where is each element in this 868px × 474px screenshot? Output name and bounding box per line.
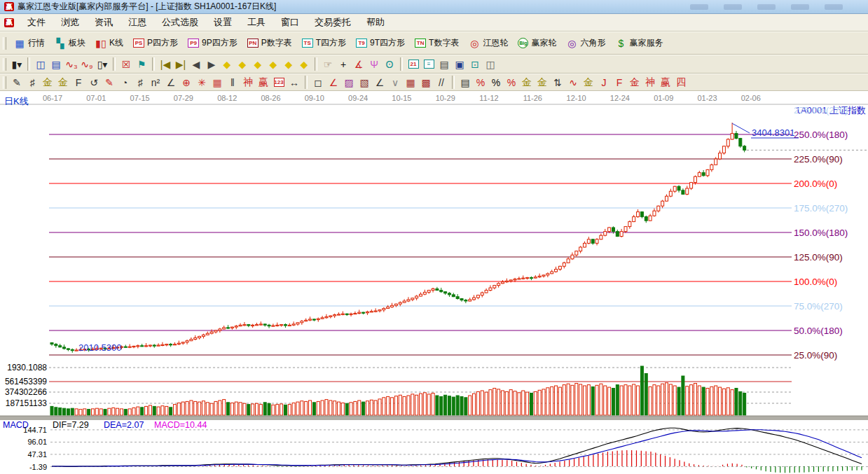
period-label[interactable]: 日K线 [4,95,29,108]
menu-item-文件[interactable]: 文件 [20,15,53,30]
send-button[interactable]: ◫ [483,57,498,71]
spiral-tool[interactable]: ↺ [86,75,102,90]
toolbar-grip[interactable] [3,58,6,71]
p-number-table-button[interactable]: PNP数字表 [242,36,297,50]
numbers-grid-tool[interactable]: 123 [271,75,287,90]
menu-item-江恩[interactable]: 江恩 [120,15,154,30]
menu-item-资讯[interactable]: 资讯 [87,15,120,30]
f-angle-tool[interactable]: F [612,75,627,90]
gann-tools-button[interactable]: ʘ [382,57,397,71]
red-grid-tool[interactable]: ▦ [403,75,418,90]
diamond-center-button[interactable]: ◆ [281,57,296,71]
chart-3-icon[interactable]: ∿₃ [64,57,79,71]
diamond-expand-button[interactable]: ◆ [250,57,266,71]
grid-comb-tool[interactable]: ♯ [132,75,148,90]
gold-circle-tool[interactable]: 金 [519,75,535,90]
gold2-angle-tool[interactable]: 金 [627,75,642,90]
slash-lines-tool[interactable]: // [434,75,449,90]
calculator-button[interactable]: ≡ [421,57,436,71]
winner-service-button[interactable]: $赢家服务 [610,36,668,50]
chart-canvas[interactable]: 06-1707-0107-1507-2908-1208-2609-1009-24… [0,91,868,474]
winner-wheel-button[interactable]: Big赢家轮 [513,36,561,50]
notes-button[interactable]: ▤ [436,57,452,71]
menu-item-窗口[interactable]: 窗口 [273,15,307,30]
angle-pen-tool[interactable]: ∠ [372,75,387,90]
box-tool[interactable]: ◻ [310,75,326,90]
starburst-tool[interactable]: ✳ [194,75,209,90]
shen-tool[interactable]: 神 [240,75,256,90]
gold-angle-tool[interactable]: 金 [581,75,596,90]
mirror-angle-tool[interactable]: ∠ [163,75,179,90]
gold-section-tool[interactable]: 金 [55,75,71,90]
toolbar-grip[interactable] [3,76,6,89]
menu-item-公式选股[interactable]: 公式选股 [154,15,206,30]
sectors-button[interactable]: ▚板块 [50,36,90,50]
quotes-button[interactable]: ▦行情 [9,36,50,50]
chart-area[interactable]: 日K线 06-1707-0107-1507-2908-1208-2609-100… [0,91,868,474]
t9-square-button[interactable]: T99T四方形 [351,36,410,50]
menu-item-设置[interactable]: 设置 [206,15,240,30]
menu-item-工具[interactable]: 工具 [240,15,273,30]
zigzag-tool[interactable]: ∨ [387,75,403,90]
dense-grid-tool[interactable]: ▩ [418,75,434,90]
calendar-button[interactable]: 21 [406,57,421,71]
p-square-button[interactable]: PSP四方形 [128,36,183,50]
menu-item-交易委托[interactable]: 交易委托 [307,15,359,30]
net-grid-icon[interactable]: ◫ [33,57,48,71]
target-cross-tool[interactable]: ⊕ [179,75,194,90]
toolbar-grip[interactable] [3,37,6,50]
prev-bar-button[interactable]: ◀ [188,57,204,71]
menu-item-帮助[interactable]: 帮助 [359,15,392,30]
bar-style-dropdown[interactable]: ▯▾ [95,57,110,71]
percent-line-tool[interactable]: % [504,75,519,90]
angle-measure-button[interactable]: ∡ [351,57,366,71]
diamond-right-button[interactable]: ◆ [235,57,250,71]
chart-9-icon[interactable]: ∿₉ [79,57,95,71]
pen-tool[interactable]: ✎ [9,75,25,90]
crosshair-button[interactable]: + [336,57,351,71]
red-pen-tool[interactable]: ✎ [102,75,117,90]
shen-angle-tool[interactable]: 神 [642,75,658,90]
last-bar-button[interactable]: ▶| [173,57,188,71]
si-angle-tool[interactable]: 四 [673,75,689,90]
percent-tool[interactable]: % [488,75,504,90]
p9-square-button[interactable]: P99P四方形 [183,36,242,50]
ying-tool[interactable]: 赢 [256,75,271,90]
red-x-grid-icon[interactable]: ☒ [118,57,134,71]
fan-lines-tool[interactable]: ∠ [326,75,341,90]
candle-period-dropdown[interactable]: ▮▾ [9,57,25,71]
ying-angle-tool[interactable]: 赢 [658,75,673,90]
flag-sort-icon[interactable]: ⚑ [134,57,149,71]
web-grid-tool[interactable]: ▦ [209,75,225,90]
percent-table-tool[interactable]: ▤ [457,75,473,90]
diamond-compress-button[interactable]: ◆ [266,57,281,71]
stats-tool-button[interactable]: Ψ [366,57,382,71]
save-button[interactable]: ▣ [452,57,467,71]
wave-box-tool[interactable]: ∿ [565,75,581,90]
shade-box-tool[interactable]: ▧ [357,75,372,90]
diamond-left-button[interactable]: ◆ [219,57,235,71]
j-angle-tool[interactable]: J [596,75,612,90]
gold-ratio-tool[interactable]: 金 [40,75,55,90]
next-bar-button[interactable]: ▶ [204,57,219,71]
first-bar-button[interactable]: |◀ [158,57,173,71]
updown-pen-tool[interactable]: ⇅ [550,75,565,90]
t-square-button[interactable]: TST四方形 [297,36,351,50]
copy-chart-button[interactable]: ⊡ [467,57,483,71]
n-square-tool[interactable]: n² [148,75,163,90]
diamond-full-button[interactable]: ◆ [296,57,312,71]
t-number-table-button[interactable]: TNT数字表 [410,36,464,50]
circle-arc-tool[interactable]: ◔ [117,75,132,90]
pause-marks-tool[interactable]: ‖ [225,75,240,90]
width-arrows-tool[interactable]: ↔ [287,75,302,90]
gold-line-tool[interactable]: 金 [535,75,550,90]
hexagon-button[interactable]: ◎六角形 [561,36,610,50]
f-lines-tool[interactable]: F [71,75,86,90]
comb-lines-tool[interactable]: ♯ [25,75,40,90]
kline-button[interactable]: ▮▯K线 [90,36,128,50]
menu-item-浏览[interactable]: 浏览 [53,15,87,30]
fan-box-tool[interactable]: ▨ [341,75,357,90]
percent-slash-tool[interactable]: % [473,75,488,90]
clipboard-icon[interactable]: ▤ [48,57,64,71]
gann-wheel-button[interactable]: ◎江恩轮 [464,36,513,50]
